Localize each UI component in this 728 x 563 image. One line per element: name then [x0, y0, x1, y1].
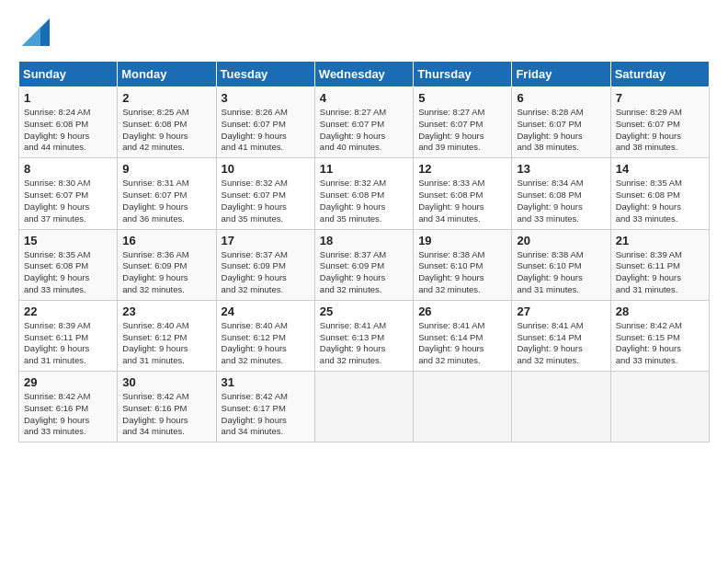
- calendar-cell: 3Sunrise: 8:26 AMSunset: 6:07 PMDaylight…: [216, 87, 314, 158]
- day-number: 17: [222, 234, 310, 247]
- cell-info: Sunrise: 8:25 AMSunset: 6:08 PMDaylight:…: [122, 107, 210, 154]
- cell-info: Sunrise: 8:33 AMSunset: 6:08 PMDaylight:…: [418, 178, 506, 224]
- cell-info: Sunrise: 8:27 AMSunset: 6:07 PMDaylight:…: [418, 107, 506, 154]
- calendar-cell: 11Sunrise: 8:32 AMSunset: 6:08 PMDayligh…: [314, 158, 413, 229]
- day-number: 3: [222, 91, 310, 105]
- calendar-week-row: 29Sunrise: 8:42 AMSunset: 6:16 PMDayligh…: [19, 372, 710, 442]
- calendar-cell: 9Sunrise: 8:31 AMSunset: 6:07 PMDaylight…: [118, 158, 216, 229]
- day-number: 6: [517, 91, 605, 105]
- cell-info: Sunrise: 8:41 AMSunset: 6:13 PMDaylight:…: [320, 320, 408, 367]
- cell-info: Sunrise: 8:38 AMSunset: 6:10 PMDaylight:…: [418, 249, 506, 296]
- day-number: 19: [418, 234, 506, 247]
- weekday-header: Thursday: [414, 62, 512, 87]
- day-number: 20: [517, 234, 605, 247]
- weekday-header: Tuesday: [216, 62, 314, 87]
- cell-info: Sunrise: 8:42 AMSunset: 6:16 PMDaylight:…: [122, 391, 210, 438]
- day-number: 29: [24, 375, 112, 389]
- calendar-cell: 26Sunrise: 8:41 AMSunset: 6:14 PMDayligh…: [414, 300, 512, 371]
- cell-info: Sunrise: 8:34 AMSunset: 6:08 PMDaylight:…: [517, 178, 605, 224]
- calendar-week-row: 8Sunrise: 8:30 AMSunset: 6:07 PMDaylight…: [19, 158, 710, 229]
- day-number: 2: [122, 91, 210, 105]
- page-header: [18, 18, 710, 46]
- day-number: 12: [418, 162, 506, 176]
- calendar-cell: 16Sunrise: 8:36 AMSunset: 6:09 PMDayligh…: [118, 229, 216, 300]
- calendar-cell: 15Sunrise: 8:35 AMSunset: 6:08 PMDayligh…: [19, 229, 118, 300]
- calendar-cell: 22Sunrise: 8:39 AMSunset: 6:11 PMDayligh…: [19, 300, 118, 371]
- day-number: 23: [122, 304, 210, 318]
- calendar-week-row: 22Sunrise: 8:39 AMSunset: 6:11 PMDayligh…: [19, 300, 710, 371]
- calendar-cell: 8Sunrise: 8:30 AMSunset: 6:07 PMDaylight…: [19, 158, 118, 229]
- cell-info: Sunrise: 8:31 AMSunset: 6:07 PMDaylight:…: [122, 178, 210, 224]
- day-number: 26: [418, 304, 506, 318]
- cell-info: Sunrise: 8:40 AMSunset: 6:12 PMDaylight:…: [222, 320, 310, 367]
- calendar-week-row: 1Sunrise: 8:24 AMSunset: 6:08 PMDaylight…: [19, 87, 710, 158]
- day-number: 27: [517, 304, 605, 318]
- weekday-header: Saturday: [610, 62, 709, 87]
- day-number: 7: [616, 91, 704, 105]
- cell-info: Sunrise: 8:27 AMSunset: 6:07 PMDaylight:…: [320, 107, 408, 154]
- cell-info: Sunrise: 8:42 AMSunset: 6:15 PMDaylight:…: [616, 320, 704, 367]
- calendar-cell: 12Sunrise: 8:33 AMSunset: 6:08 PMDayligh…: [414, 158, 512, 229]
- calendar-table: SundayMondayTuesdayWednesdayThursdayFrid…: [18, 61, 710, 442]
- calendar-cell: [414, 372, 512, 442]
- day-number: 30: [122, 375, 210, 389]
- day-number: 16: [122, 234, 210, 247]
- calendar-cell: 20Sunrise: 8:38 AMSunset: 6:10 PMDayligh…: [512, 229, 610, 300]
- day-number: 11: [320, 162, 408, 176]
- cell-info: Sunrise: 8:41 AMSunset: 6:14 PMDaylight:…: [418, 320, 506, 367]
- cell-info: Sunrise: 8:42 AMSunset: 6:17 PMDaylight:…: [222, 391, 310, 438]
- cell-info: Sunrise: 8:42 AMSunset: 6:16 PMDaylight:…: [24, 391, 112, 438]
- day-number: 1: [24, 91, 112, 105]
- calendar-cell: 10Sunrise: 8:32 AMSunset: 6:07 PMDayligh…: [216, 158, 314, 229]
- day-number: 4: [320, 91, 408, 105]
- calendar-cell: 6Sunrise: 8:28 AMSunset: 6:07 PMDaylight…: [512, 87, 610, 158]
- day-number: 25: [320, 304, 408, 318]
- calendar-cell: 1Sunrise: 8:24 AMSunset: 6:08 PMDaylight…: [19, 87, 118, 158]
- day-number: 8: [24, 162, 112, 176]
- cell-info: Sunrise: 8:28 AMSunset: 6:07 PMDaylight:…: [517, 107, 605, 154]
- cell-info: Sunrise: 8:37 AMSunset: 6:09 PMDaylight:…: [222, 249, 310, 296]
- day-number: 21: [616, 234, 704, 247]
- cell-info: Sunrise: 8:29 AMSunset: 6:07 PMDaylight:…: [616, 107, 704, 154]
- calendar-cell: 2Sunrise: 8:25 AMSunset: 6:08 PMDaylight…: [118, 87, 216, 158]
- day-number: 9: [122, 162, 210, 176]
- svg-marker-1: [22, 28, 40, 46]
- day-number: 14: [616, 162, 704, 176]
- calendar-cell: 18Sunrise: 8:37 AMSunset: 6:09 PMDayligh…: [314, 229, 413, 300]
- calendar-cell: 7Sunrise: 8:29 AMSunset: 6:07 PMDaylight…: [610, 87, 709, 158]
- cell-info: Sunrise: 8:38 AMSunset: 6:10 PMDaylight:…: [517, 249, 605, 296]
- weekday-header: Friday: [512, 62, 610, 87]
- day-number: 5: [418, 91, 506, 105]
- day-number: 18: [320, 234, 408, 247]
- calendar-cell: 27Sunrise: 8:41 AMSunset: 6:14 PMDayligh…: [512, 300, 610, 371]
- day-number: 31: [222, 375, 310, 389]
- calendar-body: 1Sunrise: 8:24 AMSunset: 6:08 PMDaylight…: [19, 87, 710, 442]
- day-number: 13: [517, 162, 605, 176]
- calendar-cell: [314, 372, 413, 442]
- cell-info: Sunrise: 8:37 AMSunset: 6:09 PMDaylight:…: [320, 249, 408, 296]
- calendar-cell: 13Sunrise: 8:34 AMSunset: 6:08 PMDayligh…: [512, 158, 610, 229]
- day-number: 22: [24, 304, 112, 318]
- cell-info: Sunrise: 8:40 AMSunset: 6:12 PMDaylight:…: [122, 320, 210, 367]
- cell-info: Sunrise: 8:35 AMSunset: 6:08 PMDaylight:…: [616, 178, 704, 224]
- cell-info: Sunrise: 8:32 AMSunset: 6:08 PMDaylight:…: [320, 178, 408, 224]
- calendar-cell: 24Sunrise: 8:40 AMSunset: 6:12 PMDayligh…: [216, 300, 314, 371]
- day-number: 28: [616, 304, 704, 318]
- logo-icon: [22, 18, 50, 46]
- calendar-cell: 14Sunrise: 8:35 AMSunset: 6:08 PMDayligh…: [610, 158, 709, 229]
- cell-info: Sunrise: 8:24 AMSunset: 6:08 PMDaylight:…: [24, 107, 112, 154]
- calendar-cell: 5Sunrise: 8:27 AMSunset: 6:07 PMDaylight…: [414, 87, 512, 158]
- weekday-header: Monday: [118, 62, 216, 87]
- day-number: 15: [24, 234, 112, 247]
- calendar-cell: 23Sunrise: 8:40 AMSunset: 6:12 PMDayligh…: [118, 300, 216, 371]
- calendar-cell: 28Sunrise: 8:42 AMSunset: 6:15 PMDayligh…: [610, 300, 709, 371]
- calendar-cell: 29Sunrise: 8:42 AMSunset: 6:16 PMDayligh…: [19, 372, 118, 442]
- cell-info: Sunrise: 8:39 AMSunset: 6:11 PMDaylight:…: [616, 249, 704, 296]
- weekday-header: Wednesday: [314, 62, 413, 87]
- calendar-cell: 21Sunrise: 8:39 AMSunset: 6:11 PMDayligh…: [610, 229, 709, 300]
- calendar-cell: 30Sunrise: 8:42 AMSunset: 6:16 PMDayligh…: [118, 372, 216, 442]
- cell-info: Sunrise: 8:36 AMSunset: 6:09 PMDaylight:…: [122, 249, 210, 296]
- cell-info: Sunrise: 8:41 AMSunset: 6:14 PMDaylight:…: [517, 320, 605, 367]
- calendar-cell: [610, 372, 709, 442]
- calendar-cell: 19Sunrise: 8:38 AMSunset: 6:10 PMDayligh…: [414, 229, 512, 300]
